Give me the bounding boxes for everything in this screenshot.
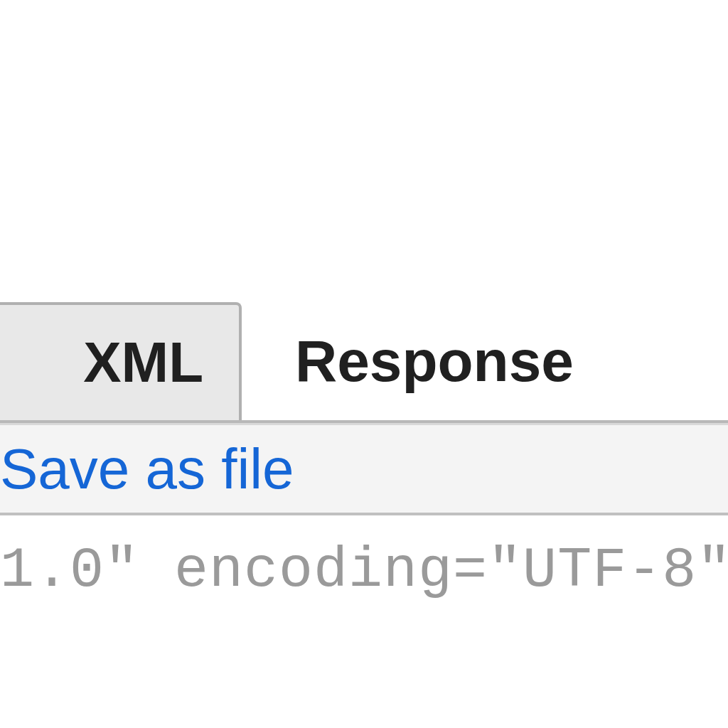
xml-declaration-line: 1.0" encoding="UTF-8": [0, 537, 728, 605]
tab-xml[interactable]: XML: [0, 302, 242, 420]
tab-xml-label: XML: [83, 330, 203, 395]
response-heading: Response: [288, 302, 574, 420]
response-heading-text: Response: [295, 328, 574, 395]
tab-bar: XML Response: [0, 302, 728, 423]
action-bar: Save as file: [0, 423, 728, 515]
save-as-file-link[interactable]: Save as file: [0, 437, 294, 502]
xml-content-area: 1.0" encoding="UTF-8": [0, 519, 728, 605]
